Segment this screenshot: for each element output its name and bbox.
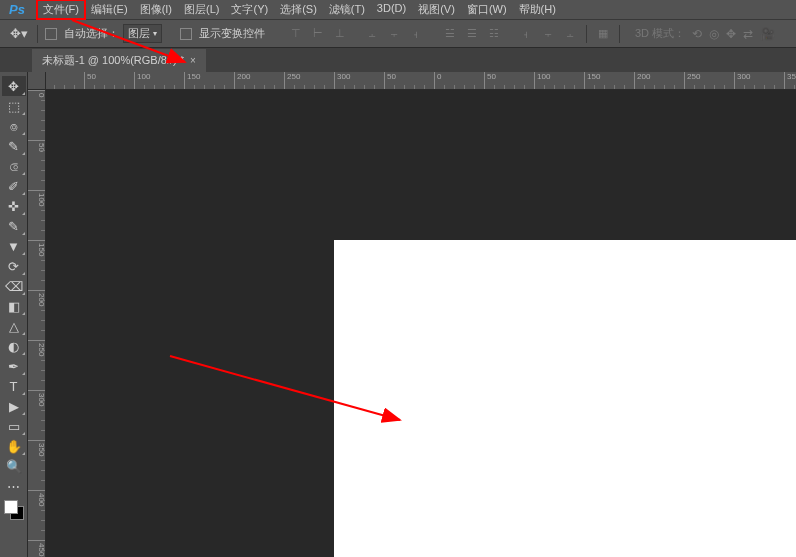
fg-color[interactable] — [4, 500, 18, 514]
tab-bar: 未标题-1 @ 100%(RGB/8#) * × — [0, 48, 796, 72]
path-select-tool[interactable]: ▶ — [2, 396, 26, 416]
dist-top-icon[interactable]: ☱ — [441, 25, 459, 43]
align-left-icon[interactable]: ⫠ — [363, 25, 381, 43]
dist-hcenter-icon[interactable]: ⫟ — [539, 25, 557, 43]
menu-edit[interactable]: 编辑(E) — [85, 0, 134, 19]
canvas[interactable] — [334, 240, 796, 557]
dist-left-icon[interactable]: ⫞ — [517, 25, 535, 43]
separator — [619, 25, 620, 43]
shape-tool[interactable]: ▭ — [2, 416, 26, 436]
layer-dropdown[interactable]: 图层 — [123, 24, 162, 43]
edit-toolbar[interactable]: ⋯ — [2, 476, 26, 496]
menu-help[interactable]: 帮助(H) — [513, 0, 562, 19]
color-swatch[interactable] — [4, 500, 24, 520]
move-tool[interactable]: ✥ — [2, 76, 26, 96]
menu-window[interactable]: 窗口(W) — [461, 0, 513, 19]
orbit-icon[interactable]: ⟲ — [692, 27, 702, 41]
hand-tool[interactable]: ✋ — [2, 436, 26, 456]
align-vcenter-icon[interactable]: ⊢ — [309, 25, 327, 43]
show-transform-label: 显示变换控件 — [199, 26, 265, 41]
zoom-icon[interactable]: 🎥 — [760, 27, 775, 41]
menu-layer[interactable]: 图层(L) — [178, 0, 225, 19]
separator — [37, 25, 38, 43]
eyedropper-tool[interactable]: ✐ — [2, 176, 26, 196]
canvas-wrap: 0501001502002503005005010015020025030035… — [28, 72, 796, 557]
healing-tool[interactable]: ✜ — [2, 196, 26, 216]
menu-filter[interactable]: 滤镜(T) — [323, 0, 371, 19]
slide-icon[interactable]: ⇄ — [743, 27, 753, 41]
menu-bar: Ps 文件(F) 编辑(E) 图像(I) 图层(L) 文字(Y) 选择(S) 滤… — [0, 0, 796, 20]
separator — [586, 25, 587, 43]
eraser-tool[interactable]: ⌫ — [2, 276, 26, 296]
tab-title: 未标题-1 @ 100%(RGB/8#) * — [42, 53, 184, 68]
pen-tool[interactable]: ✒ — [2, 356, 26, 376]
history-brush-tool[interactable]: ⟳ — [2, 256, 26, 276]
align-right-icon[interactable]: ⫞ — [407, 25, 425, 43]
main-area: ✥ ⬚ ⌾ ✎ ⟃ ✐ ✜ ✎ ▼ ⟳ ⌫ ◧ △ ◐ ✒ T ▶ ▭ ✋ 🔍 … — [0, 72, 796, 557]
menu-type[interactable]: 文字(Y) — [225, 0, 274, 19]
dist-bottom-icon[interactable]: ☷ — [485, 25, 503, 43]
auto-align-icon[interactable]: ▦ — [594, 25, 612, 43]
marquee-tool[interactable]: ⬚ — [2, 96, 26, 116]
type-tool[interactable]: T — [2, 376, 26, 396]
menu-select[interactable]: 选择(S) — [274, 0, 323, 19]
menu-file[interactable]: 文件(F) — [37, 0, 85, 19]
document-tab[interactable]: 未标题-1 @ 100%(RGB/8#) * × — [32, 49, 206, 72]
align-hcenter-icon[interactable]: ⫟ — [385, 25, 403, 43]
move-tool-icon[interactable]: ✥▾ — [8, 23, 30, 45]
ruler-corner — [28, 72, 46, 90]
pan-icon[interactable]: ✥ — [726, 27, 736, 41]
ruler-vertical[interactable]: 050100150200250300350400450500550 — [28, 90, 46, 557]
crop-tool[interactable]: ⟃ — [2, 156, 26, 176]
dist-vcenter-icon[interactable]: ☰ — [463, 25, 481, 43]
quick-select-tool[interactable]: ✎ — [2, 136, 26, 156]
options-bar: ✥▾ 自动选择： 图层 显示变换控件 ⊤ ⊢ ⊥ ⫠ ⫟ ⫞ ☱ ☰ ☷ ⫞ ⫟… — [0, 20, 796, 48]
align-bottom-icon[interactable]: ⊥ — [331, 25, 349, 43]
zoom-tool[interactable]: 🔍 — [2, 456, 26, 476]
ps-logo: Ps — [5, 2, 29, 17]
auto-select-checkbox[interactable] — [45, 28, 57, 40]
roll-icon[interactable]: ◎ — [709, 27, 719, 41]
mode3d-label: 3D 模式： — [635, 26, 685, 41]
menu-view[interactable]: 视图(V) — [412, 0, 461, 19]
toolbar: ✥ ⬚ ⌾ ✎ ⟃ ✐ ✜ ✎ ▼ ⟳ ⌫ ◧ △ ◐ ✒ T ▶ ▭ ✋ 🔍 … — [0, 72, 28, 557]
menu-image[interactable]: 图像(I) — [134, 0, 178, 19]
stamp-tool[interactable]: ▼ — [2, 236, 26, 256]
brush-tool[interactable]: ✎ — [2, 216, 26, 236]
auto-select-label: 自动选择： — [64, 26, 119, 41]
canvas-area[interactable] — [46, 90, 796, 557]
align-top-icon[interactable]: ⊤ — [287, 25, 305, 43]
dist-right-icon[interactable]: ⫠ — [561, 25, 579, 43]
close-icon[interactable]: × — [190, 55, 196, 66]
lasso-tool[interactable]: ⌾ — [2, 116, 26, 136]
dodge-tool[interactable]: ◐ — [2, 336, 26, 356]
menu-items: 文件(F) 编辑(E) 图像(I) 图层(L) 文字(Y) 选择(S) 滤镜(T… — [37, 0, 562, 19]
blur-tool[interactable]: △ — [2, 316, 26, 336]
menu-3d[interactable]: 3D(D) — [371, 0, 412, 19]
show-transform-checkbox[interactable] — [180, 28, 192, 40]
ruler-horizontal[interactable]: 0501001502002503005005010015020025030035… — [46, 72, 796, 90]
gradient-tool[interactable]: ◧ — [2, 296, 26, 316]
